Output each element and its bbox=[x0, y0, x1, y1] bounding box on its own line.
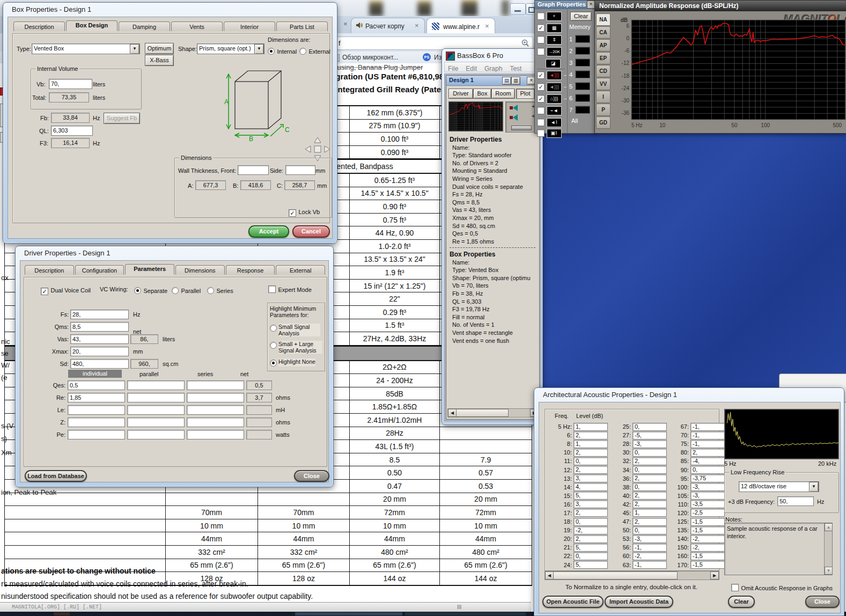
level-input[interactable]: -3, bbox=[690, 483, 725, 491]
graph-mode-tab[interactable]: CA bbox=[596, 26, 610, 39]
level-input[interactable]: -3, bbox=[690, 492, 725, 500]
optimum-button[interactable]: Optimum bbox=[145, 43, 174, 54]
lock-vb-checkbox[interactable]: ✓ Lock Vb bbox=[289, 207, 320, 217]
level-input[interactable]: 2, bbox=[573, 431, 608, 439]
browser-tab-active[interactable]: www.alpine.r × bbox=[426, 18, 495, 34]
level-input[interactable]: 5, bbox=[573, 492, 608, 500]
level-input[interactable]: 1, bbox=[573, 440, 608, 448]
scroll-thumb[interactable] bbox=[553, 571, 678, 580]
clear-memory-button[interactable]: Clear bbox=[570, 12, 592, 21]
level-input[interactable]: 2, bbox=[632, 457, 667, 465]
level-input[interactable]: -1, bbox=[690, 423, 725, 431]
scroll-right-arrow[interactable]: ▶ bbox=[710, 571, 719, 580]
memory-slot[interactable]: 1 bbox=[569, 35, 590, 43]
dual-voice-coil-checkbox[interactable]: ✓ Dual Voice Coil bbox=[41, 285, 91, 295]
level-input[interactable]: -1,5 bbox=[690, 561, 725, 569]
level-input[interactable]: -2,5 bbox=[690, 509, 725, 517]
bookmark-item[interactable]: Обзор микроконт... bbox=[342, 54, 398, 61]
level-input[interactable]: -1,5 bbox=[690, 526, 725, 534]
window-title[interactable]: BassBox 6 Pro bbox=[457, 52, 503, 60]
level-input[interactable]: 5, bbox=[573, 561, 608, 569]
memory-slot[interactable]: 4 bbox=[569, 70, 590, 78]
level-input[interactable]: 0, bbox=[632, 466, 667, 474]
box-type-dropdown[interactable]: Vented Box ▼ bbox=[32, 43, 140, 54]
memory-slot[interactable]: 6 bbox=[569, 94, 590, 102]
level-input[interactable]: 2, bbox=[573, 535, 608, 543]
level-input[interactable]: 3, bbox=[573, 474, 608, 482]
dialog-tab[interactable]: Interior bbox=[224, 21, 275, 31]
xbass-button[interactable]: X-Bass bbox=[145, 55, 174, 66]
notes-textarea[interactable]: Sample acoustic response of a car interi… bbox=[724, 523, 833, 575]
toggle-speaker-response[interactable]: ◄⌇ bbox=[537, 118, 562, 127]
vc-separate-radio[interactable]: Separate bbox=[134, 285, 167, 295]
scroll-left-arrow[interactable]: ◀ bbox=[545, 571, 554, 580]
level-input[interactable]: 2, bbox=[632, 518, 667, 526]
tab-close-icon[interactable]: × bbox=[485, 22, 489, 30]
toggle-box-response[interactable]: ▣⌇ bbox=[537, 128, 562, 138]
menu-file[interactable]: File bbox=[448, 65, 458, 72]
parameter-input[interactable]: 43, bbox=[70, 334, 129, 344]
tab-close-icon[interactable]: × bbox=[343, 20, 348, 28]
dropdown-arrow-icon[interactable]: ▼ bbox=[130, 44, 139, 54]
level-input[interactable]: 3, bbox=[573, 500, 608, 508]
graph-mode-tab[interactable]: I bbox=[596, 91, 610, 103]
expert-mode-checkbox[interactable]: Expert Mode bbox=[268, 284, 312, 294]
scroll-down-arrow[interactable]: ▼ bbox=[825, 567, 833, 575]
dialog-title[interactable]: Architectural Acoustic Properties - Desi… bbox=[543, 391, 677, 399]
vc-series-radio[interactable]: Series bbox=[207, 285, 233, 295]
toggle-room-curve[interactable]: ✓⌂)))– bbox=[537, 94, 567, 104]
level-input[interactable]: -3,75 bbox=[690, 474, 725, 482]
menu-graph[interactable]: Graph bbox=[484, 65, 502, 72]
accept-button[interactable]: Accept bbox=[248, 225, 289, 238]
level-input[interactable]: 1, bbox=[632, 509, 667, 517]
dialog-tab[interactable]: Box Design bbox=[66, 20, 117, 31]
graph-mode-tab[interactable]: CD bbox=[596, 65, 610, 77]
level-input[interactable]: 0, bbox=[690, 466, 725, 474]
level-input[interactable]: -1, bbox=[632, 561, 667, 569]
series-input[interactable] bbox=[187, 430, 244, 439]
horizontal-scrollbar[interactable]: ◀ ▶ bbox=[545, 571, 719, 580]
individual-input[interactable]: 0,5 bbox=[68, 380, 125, 390]
level-input[interactable]: -2, bbox=[690, 544, 725, 552]
plus3-input[interactable]: 50, bbox=[777, 496, 814, 506]
toggle-woofer-curve[interactable]: ✓◄)))– bbox=[537, 70, 567, 80]
level-input[interactable]: 2, bbox=[690, 449, 725, 457]
browser-tab[interactable]: Расчет корпу × bbox=[351, 18, 425, 34]
level-input[interactable]: 0, bbox=[573, 518, 608, 526]
level-input[interactable]: 2, bbox=[632, 492, 667, 500]
dialog-title[interactable]: Driver Properties - Design 1 bbox=[24, 249, 110, 257]
omit-response-checkbox[interactable]: Omit Acoustic Response in Graphs bbox=[731, 583, 833, 592]
level-input[interactable]: 2, bbox=[632, 474, 667, 482]
response-thumbnail-plot[interactable] bbox=[448, 101, 503, 131]
memory-all-label[interactable]: All bbox=[571, 118, 578, 124]
close-button[interactable]: Close bbox=[805, 596, 840, 608]
plot-button[interactable]: Plot bbox=[516, 89, 534, 99]
save-icon[interactable]: ▤ bbox=[502, 77, 511, 85]
memory-slot[interactable]: 5 bbox=[569, 82, 590, 90]
memory-slot[interactable]: 3 bbox=[569, 58, 590, 67]
taskbar-item[interactable] bbox=[405, 612, 526, 615]
parallel-input[interactable] bbox=[127, 405, 185, 415]
individual-input[interactable] bbox=[68, 430, 125, 439]
dialog-tab[interactable]: Vents bbox=[171, 21, 223, 31]
level-input[interactable]: -1, bbox=[690, 431, 725, 439]
level-input[interactable]: -1,5 bbox=[690, 518, 725, 526]
graph-title-bar[interactable]: Normalized Amplitude Response (dB-SPL/Hz… bbox=[595, 1, 846, 11]
level-input[interactable]: -3, bbox=[632, 440, 667, 448]
parameter-input[interactable]: 480, bbox=[70, 359, 129, 369]
zoom-magnifier-icon[interactable] bbox=[521, 39, 529, 49]
dialog-tab[interactable]: Dimensions bbox=[175, 265, 225, 275]
level-input[interactable]: -2, bbox=[690, 535, 725, 543]
tab-close-icon[interactable]: × bbox=[415, 21, 419, 30]
series-input[interactable] bbox=[187, 417, 244, 427]
palette-title-bar[interactable]: Graph Properties × bbox=[535, 1, 596, 9]
parameter-input[interactable]: 8,5 bbox=[70, 322, 129, 332]
lfr-dropdown[interactable]: 12 dB/octave rise ▼ bbox=[739, 481, 819, 492]
series-input[interactable] bbox=[187, 380, 244, 390]
vb-input[interactable]: 70, bbox=[49, 79, 92, 89]
vertical-scrollbar[interactable]: ▲ ▼ bbox=[824, 523, 832, 575]
highlight-none-radio[interactable]: Highlight None bbox=[270, 358, 315, 366]
scroll-thumb[interactable] bbox=[456, 409, 509, 417]
vc-parallel-radio[interactable]: Parallel bbox=[172, 285, 201, 295]
level-input[interactable]: 4, bbox=[573, 483, 608, 491]
